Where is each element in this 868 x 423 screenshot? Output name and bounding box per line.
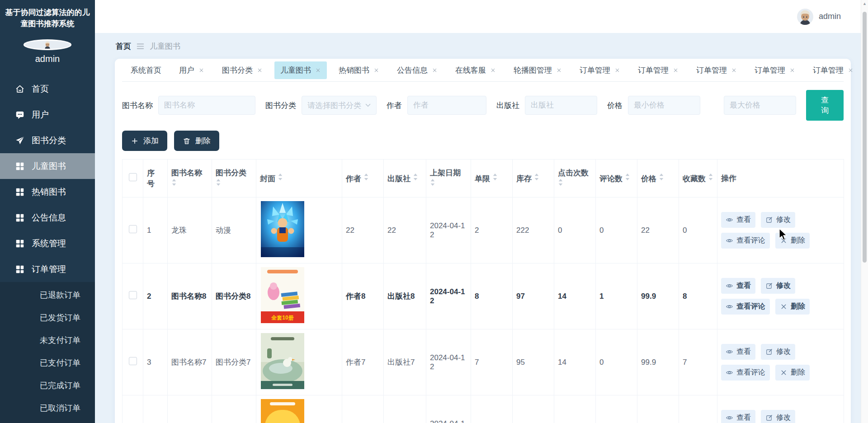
eye-icon [726,237,733,244]
author-input[interactable] [407,96,486,115]
sort-icon[interactable] [216,178,221,187]
max-price-input[interactable] [724,96,796,115]
sidebar-item-label: 公告信息 [32,212,66,224]
cell-limit: 6 [471,395,513,423]
cell-favorites: 7 [679,329,717,395]
sidebar-item-users[interactable]: 用户 [0,102,95,127]
sort-icon[interactable] [492,173,498,181]
scrollbar-up-arrow[interactable]: ▲ [861,1,868,6]
close-icon [780,237,788,244]
sort-icon[interactable] [171,178,177,187]
tab-close-icon[interactable] [848,67,854,73]
delete-button[interactable]: 删除 [174,131,219,151]
sidebar-item-system[interactable]: 系统管理 [0,230,95,256]
tab-9[interactable]: 订单管理 [632,61,684,79]
toolbar: 添加 删除 [122,131,844,151]
sidebar-subitem-unpaid[interactable]: 未支付订单 [0,329,95,352]
edit-button[interactable]: 修改 [761,410,795,423]
sort-icon[interactable] [363,173,369,181]
sidebar-subitem-refunded[interactable]: 已退款订单 [0,284,95,306]
sidebar-subitem-completed[interactable]: 已完成订单 [0,374,95,397]
tab-10[interactable]: 订单管理 [690,61,743,79]
breadcrumb-root[interactable]: 首页 [116,41,131,52]
min-price-input[interactable] [628,96,700,115]
tab-7[interactable]: 轮播图管理 [508,61,568,79]
tab-close-icon[interactable] [490,67,496,73]
search-button[interactable]: 查询 [806,90,844,121]
publisher-input[interactable] [525,96,597,115]
tab-6[interactable]: 在线客服 [449,61,502,79]
tab-close-icon[interactable] [432,67,438,73]
tab-0[interactable]: 系统首页 [125,61,167,79]
row-delete-button[interactable]: 删除 [775,299,810,315]
view-button[interactable]: 查看 [721,410,755,423]
topbar-username[interactable]: admin [819,12,841,21]
sort-icon[interactable] [430,178,435,187]
sort-icon[interactable] [413,173,418,181]
tab-label: 订单管理 [696,65,727,75]
user-avatar[interactable] [797,9,813,25]
sort-icon[interactable] [558,178,563,187]
view-comments-button[interactable]: 查看评论 [721,299,770,315]
tab-1[interactable]: 用户 [173,61,210,79]
tab-close-icon[interactable] [315,67,321,73]
table-row: 3图书名称7图书分类7作者7出版社72024-04-1279514099.97查… [123,329,844,395]
tab-close-icon[interactable] [257,67,263,73]
sidebar-item-home[interactable]: 首页 [0,76,95,102]
tab-close-icon[interactable] [556,67,562,73]
svg-text:全套10册: 全套10册 [271,315,293,321]
edit-button[interactable]: 修改 [761,278,795,294]
sidebar-subitem-shipped[interactable]: 已发货订单 [0,306,95,329]
tab-3[interactable]: 儿童图书 [274,61,327,79]
tab-close-icon[interactable] [731,67,737,73]
scrollbar-thumb[interactable] [863,12,867,263]
sort-icon[interactable] [659,173,664,181]
cell-date: 2024-04-12 [426,329,471,395]
close-icon [780,303,788,310]
sort-icon[interactable] [708,173,713,181]
tab-2[interactable]: 图书分类 [216,61,269,79]
sort-icon[interactable] [278,173,283,181]
tab-close-icon[interactable] [373,67,379,73]
select-all-checkbox[interactable] [129,173,137,181]
breadcrumb-separator-icon [137,43,144,50]
tab-12[interactable]: 订单管理 [807,61,859,79]
tab-4[interactable]: 热销图书 [333,61,385,79]
sidebar-item-book-category[interactable]: 图书分类 [0,127,95,153]
view-button[interactable]: 查看 [721,212,755,228]
view-comments-button[interactable]: 查看评论 [721,233,770,249]
sidebar-item-children-books[interactable]: 儿童图书 [0,153,95,179]
tab-8[interactable]: 订单管理 [574,61,626,79]
tab-close-icon[interactable] [614,67,620,73]
view-comments-button[interactable]: 查看评论 [721,365,770,381]
tab-close-icon[interactable] [673,67,679,73]
category-select[interactable]: 请选择图书分类 [302,96,377,115]
view-button[interactable]: 查看 [721,278,755,294]
row-delete-button[interactable]: 删除 [775,365,810,381]
tab-11[interactable]: 订单管理 [749,61,801,79]
edit-icon [765,282,773,290]
book-name-input[interactable] [158,96,255,115]
sidebar-item-notice[interactable]: 公告信息 [0,205,95,230]
row-checkbox[interactable] [129,357,137,365]
tab-close-icon[interactable] [789,67,795,73]
row-checkbox[interactable] [129,225,137,233]
sidebar-subitem-cancelled[interactable]: 已取消订单 [0,397,95,419]
eye-icon [726,303,733,310]
sort-icon[interactable] [534,173,539,181]
add-button[interactable]: 添加 [122,131,167,151]
filter-bar: 图书名称 图书分类 请选择图书分类 作者 出版社 价格 查询 [122,90,844,121]
edit-button[interactable]: 修改 [761,344,795,360]
sidebar-item-hot-books[interactable]: 热销图书 [0,179,95,205]
edit-button[interactable]: 修改 [761,212,795,228]
sort-icon[interactable] [625,173,630,181]
sidebar-subitem-paid[interactable]: 已支付订单 [0,352,95,374]
row-checkbox[interactable] [129,291,137,299]
tab-5[interactable]: 公告信息 [391,61,443,79]
tab-close-icon[interactable] [198,67,204,73]
view-button[interactable]: 查看 [721,344,755,360]
book-cover-image [261,333,304,389]
cell-date: 2024-04-12 [426,263,471,329]
sidebar-item-orders[interactable]: 订单管理 [0,256,95,282]
row-delete-button[interactable]: 删除 [775,233,810,249]
